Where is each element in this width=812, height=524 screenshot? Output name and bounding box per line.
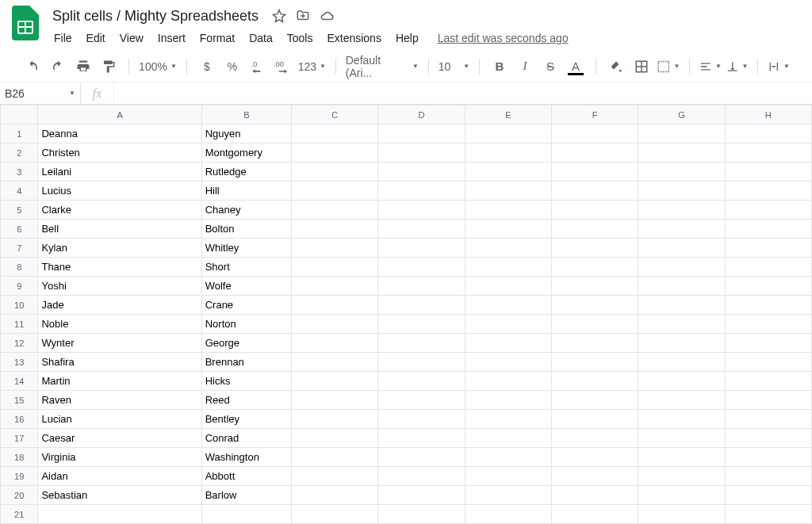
cell[interactable]	[292, 258, 378, 277]
cell[interactable]	[725, 410, 811, 429]
cell[interactable]: Crane	[201, 296, 291, 315]
cell[interactable]: Reed	[201, 391, 291, 410]
cell[interactable]	[378, 505, 465, 524]
cell[interactable]	[378, 182, 465, 201]
cell[interactable]	[638, 201, 725, 220]
cell[interactable]: Leilani	[38, 163, 201, 182]
merge-cells-button[interactable]: ▼	[657, 56, 680, 77]
cell[interactable]: Norton	[201, 315, 291, 334]
cell[interactable]: Rutledge	[201, 163, 291, 182]
cell[interactable]	[725, 277, 811, 296]
vertical-align-button[interactable]: ▼	[726, 56, 749, 77]
cell[interactable]	[725, 334, 811, 353]
cell[interactable]	[378, 201, 465, 220]
strikethrough-button[interactable]: S	[540, 56, 561, 77]
cell[interactable]: Bentley	[201, 410, 291, 429]
row-header[interactable]: 14	[1, 372, 38, 391]
cell[interactable]: Abbott	[201, 467, 291, 486]
cell[interactable]	[292, 467, 378, 486]
cell[interactable]	[378, 277, 465, 296]
cell[interactable]	[552, 143, 638, 163]
cell[interactable]	[638, 220, 725, 239]
cell[interactable]	[638, 467, 725, 486]
cell[interactable]	[552, 296, 638, 315]
cell[interactable]	[378, 486, 465, 505]
row-header[interactable]: 1	[1, 124, 38, 143]
cell[interactable]	[725, 486, 811, 505]
row-header[interactable]: 3	[1, 163, 38, 182]
text-color-button[interactable]: A	[565, 56, 586, 77]
cell[interactable]	[638, 277, 725, 296]
cell[interactable]	[725, 182, 811, 201]
col-header-h[interactable]: H	[725, 105, 811, 124]
cell[interactable]	[465, 353, 551, 372]
cell[interactable]: Deanna	[38, 124, 201, 143]
cell[interactable]	[638, 258, 725, 277]
cell[interactable]: Conrad	[201, 429, 291, 448]
cell[interactable]	[465, 448, 551, 467]
col-header-e[interactable]: E	[465, 105, 551, 124]
cell[interactable]	[292, 410, 378, 429]
cell[interactable]	[552, 163, 638, 182]
cell[interactable]	[378, 296, 465, 315]
cell[interactable]	[552, 372, 638, 391]
font-size-select[interactable]: 10 ▼	[439, 56, 469, 77]
move-icon[interactable]	[295, 8, 311, 24]
row-header[interactable]: 15	[1, 391, 38, 410]
cell[interactable]	[378, 391, 465, 410]
cell[interactable]	[638, 239, 725, 258]
cell[interactable]	[552, 201, 638, 220]
more-formats-button[interactable]: 123▼	[298, 56, 326, 77]
cell[interactable]	[292, 372, 378, 391]
cell[interactable]: Bell	[38, 220, 201, 239]
cell[interactable]: Whitley	[201, 239, 291, 258]
cell[interactable]: Kylan	[38, 239, 201, 258]
cloud-status-icon[interactable]	[319, 8, 335, 24]
cell[interactable]: Hill	[201, 182, 291, 201]
cell[interactable]	[292, 296, 378, 315]
cell[interactable]	[465, 182, 551, 201]
cell[interactable]	[725, 448, 811, 467]
cell[interactable]	[378, 353, 465, 372]
cell[interactable]: Clarke	[38, 201, 201, 220]
cell[interactable]: Wolfe	[201, 277, 291, 296]
cell[interactable]	[725, 296, 811, 315]
cell[interactable]	[378, 315, 465, 334]
cell[interactable]	[552, 124, 638, 143]
borders-button[interactable]	[631, 56, 652, 77]
row-header[interactable]: 6	[1, 220, 38, 239]
font-select[interactable]: Default (Ari...▼	[346, 56, 419, 77]
cell[interactable]: Chaney	[201, 201, 291, 220]
cell[interactable]	[552, 182, 638, 201]
cell[interactable]: Virginia	[38, 448, 201, 467]
cell[interactable]: Short	[201, 258, 291, 277]
document-title[interactable]: Split cells / Mighty Spreadsheets	[48, 6, 263, 26]
cell[interactable]: Caesar	[38, 429, 201, 448]
cell[interactable]	[292, 486, 378, 505]
cell[interactable]	[725, 201, 811, 220]
cell[interactable]: Lucian	[38, 410, 201, 429]
cell[interactable]	[638, 391, 725, 410]
bold-button[interactable]: B	[489, 56, 510, 77]
col-header-c[interactable]: C	[292, 105, 378, 124]
menu-edit[interactable]: Edit	[80, 29, 112, 48]
cell[interactable]	[292, 163, 378, 182]
cell[interactable]: Martin	[38, 372, 201, 391]
menu-data[interactable]: Data	[243, 29, 279, 48]
select-all-corner[interactable]	[1, 105, 38, 124]
cell[interactable]	[725, 220, 811, 239]
cell[interactable]	[378, 410, 465, 429]
cell[interactable]	[292, 391, 378, 410]
cell[interactable]: Wynter	[38, 334, 201, 353]
last-edit-link[interactable]: Last edit was seconds ago	[433, 29, 573, 48]
cell[interactable]	[638, 143, 725, 163]
row-header[interactable]: 19	[1, 467, 38, 486]
cell[interactable]	[292, 143, 378, 163]
cell[interactable]: Thane	[38, 258, 201, 277]
cell[interactable]	[638, 296, 725, 315]
cell[interactable]	[465, 201, 551, 220]
cell[interactable]	[378, 163, 465, 182]
text-wrap-button[interactable]: ▼	[768, 56, 790, 77]
row-header[interactable]: 2	[1, 143, 38, 163]
cell[interactable]	[725, 258, 811, 277]
